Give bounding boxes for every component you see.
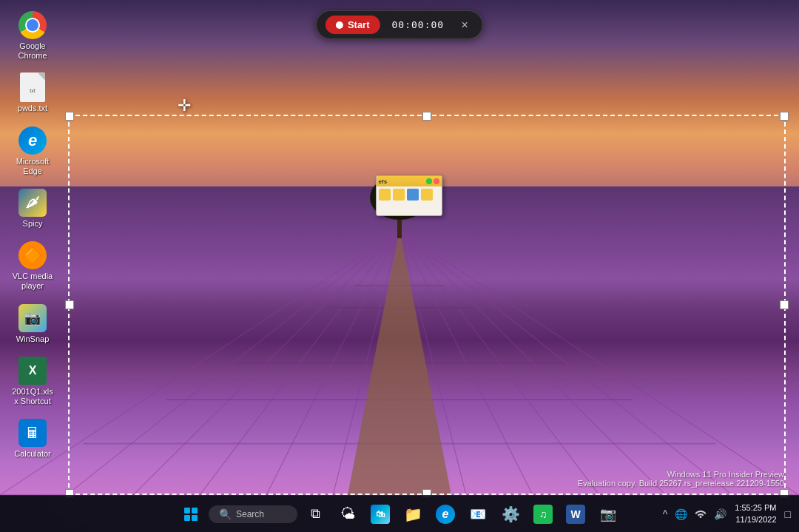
desktop-icon-edge[interactable]: e Microsoft Edge: [7, 123, 58, 179]
volume-icon[interactable]: 🔊: [712, 507, 729, 522]
close-toolbar-button[interactable]: ×: [456, 16, 473, 34]
edge-label: Microsoft Edge: [10, 157, 55, 176]
store-button[interactable]: 🛍: [365, 499, 395, 529]
settings-icon: ⚙️: [502, 505, 520, 523]
edge-taskbar-button[interactable]: e: [431, 499, 460, 529]
notification-button[interactable]: □: [783, 507, 793, 522]
file-explorer-button[interactable]: 📁: [398, 499, 428, 529]
folder-close-btn[interactable]: [434, 178, 439, 184]
vlc-label: VLC media player: [10, 272, 55, 291]
folder-title: efs: [379, 178, 388, 185]
widgets-button[interactable]: 🌤: [333, 499, 363, 529]
pwds-label: pwds.txt: [18, 104, 47, 113]
settings-button[interactable]: ⚙️: [496, 499, 525, 529]
taskbar: 🔍 Search ⧉ 🌤 🛍 📁 e: [0, 495, 799, 532]
start-record-button[interactable]: Start: [326, 16, 380, 34]
spicy-icon: 🌶: [18, 188, 47, 218]
wifi-icon[interactable]: [692, 506, 709, 522]
spicy-label: Spicy: [23, 219, 43, 229]
tray-expand-button[interactable]: ^: [661, 507, 670, 522]
start-button[interactable]: [176, 499, 206, 529]
search-icon: 🔍: [219, 508, 232, 520]
desktop: efs Google Chrome txt: [0, 0, 799, 532]
folder-item[interactable]: [393, 189, 405, 201]
desktop-icons: Google Chrome txt pwds.txt e Microsoft E…: [7, 7, 58, 462]
desktop-icon-vlc[interactable]: 🔶 VLC media player: [7, 238, 58, 294]
taskbar-center: 🔍 Search ⧉ 🌤 🛍 📁 e: [176, 499, 623, 529]
move-cursor: ✛: [178, 96, 191, 115]
excel-icon: X: [18, 356, 47, 385]
system-clock[interactable]: 1:55:25 PM 11/19/2022: [732, 502, 779, 525]
camera-button[interactable]: 📷: [593, 499, 623, 529]
chrome-icon: [18, 10, 47, 40]
edge-icon: e: [18, 126, 47, 155]
recording-timer: 00:00:00: [386, 19, 451, 30]
mail-icon: 📧: [470, 506, 486, 522]
desktop-icon-calculator[interactable]: 🖩 Calculator: [7, 415, 58, 462]
search-bar[interactable]: 🔍 Search: [209, 505, 297, 523]
desktop-icon-spicy[interactable]: 🌶 Spicy: [7, 185, 58, 232]
desktop-icon-pwds[interactable]: txt pwds.txt: [7, 70, 58, 116]
ground-path: [348, 229, 451, 495]
folder-window-controls: [419, 178, 439, 184]
folder-item[interactable]: [407, 189, 419, 201]
folder-item[interactable]: [379, 189, 391, 201]
search-text: Search: [236, 509, 264, 519]
edge-taskbar-icon: e: [436, 505, 455, 524]
folder-titlebar: efs: [377, 176, 442, 186]
folder-content: [377, 186, 442, 203]
close-icon: ×: [461, 18, 468, 32]
tree-trunk: [397, 220, 402, 238]
folder-window[interactable]: efs: [376, 175, 442, 216]
vlc-icon: 🔶: [18, 240, 47, 270]
windows-logo: [184, 508, 198, 521]
start-label: Start: [348, 19, 370, 30]
widgets-icon: 🌤: [340, 505, 355, 522]
task-view-button[interactable]: ⧉: [300, 499, 330, 529]
watermark-line1: Windows 11 Pro Insider Preview: [578, 470, 784, 479]
spotify-button[interactable]: ♫: [528, 499, 558, 529]
file-icon: txt: [18, 73, 47, 102]
clock-time: 1:55:25 PM: [735, 502, 776, 514]
network-icon[interactable]: 🌐: [672, 507, 690, 522]
desktop-icon-excel[interactable]: X 2001Q1.xlsx Shortcut: [7, 353, 58, 409]
excel-label: 2001Q1.xlsx Shortcut: [10, 387, 55, 406]
clock-date: 11/19/2022: [735, 514, 776, 525]
mail-button[interactable]: 📧: [463, 499, 493, 529]
watermark-line2: Evaluation copy. Build 25267.rs_prerelea…: [578, 479, 784, 488]
desktop-icon-chrome[interactable]: Google Chrome: [7, 7, 58, 64]
word-icon: W: [566, 505, 585, 524]
file-explorer-icon: 📁: [404, 505, 422, 523]
folder-maximize-btn[interactable]: [426, 178, 432, 184]
word-button[interactable]: W: [561, 499, 590, 529]
chrome-label: Google Chrome: [10, 41, 55, 61]
record-indicator: [336, 21, 343, 29]
system-tray: ^ 🌐 🔊 1:55:25 PM 11/19/2022 □: [661, 502, 799, 525]
calculator-label: Calculator: [14, 449, 51, 459]
calculator-icon: 🖩: [18, 418, 47, 448]
store-icon: 🛍: [371, 505, 390, 524]
camera-icon: 📷: [600, 506, 616, 522]
windows-watermark: Windows 11 Pro Insider Preview Evaluatio…: [578, 470, 784, 488]
recording-toolbar: Start 00:00:00 ×: [316, 10, 483, 39]
spotify-icon: ♫: [533, 505, 553, 524]
winsnap-icon: 📷: [18, 303, 47, 333]
winsnap-label: WinSnap: [16, 334, 50, 344]
folder-item[interactable]: [421, 189, 433, 201]
desktop-icon-winsnap[interactable]: 📷 WinSnap: [7, 300, 58, 347]
task-view-icon: ⧉: [311, 506, 320, 522]
folder-minimize-btn[interactable]: [419, 178, 425, 184]
